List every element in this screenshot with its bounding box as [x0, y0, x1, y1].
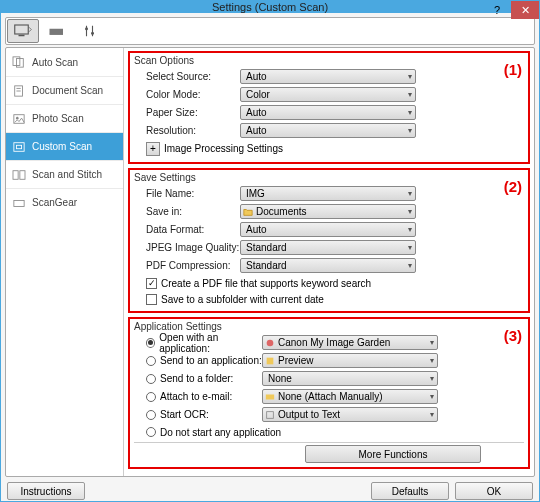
start-ocr-label: Start OCR:	[160, 409, 209, 420]
svg-rect-3	[50, 33, 64, 35]
file-name-input[interactable]: IMG▾	[240, 186, 416, 201]
svg-point-6	[85, 27, 88, 30]
close-button[interactable]: ✕	[511, 1, 539, 19]
group-legend: Save Settings	[134, 172, 524, 183]
send-app-label: Send to an application:	[160, 355, 262, 366]
attach-email-radio[interactable]	[146, 392, 156, 402]
sidebar-item-photo-scan[interactable]: Photo Scan	[6, 104, 123, 132]
send-folder-label: Send to a folder:	[160, 373, 233, 384]
more-functions-button[interactable]: More Functions	[305, 445, 481, 463]
select-source-dropdown[interactable]: Auto▾	[240, 69, 416, 84]
expand-image-processing[interactable]: +	[146, 142, 160, 156]
sidebar-item-custom-scan[interactable]: Custom Scan	[6, 132, 123, 160]
svg-rect-21	[267, 357, 274, 364]
chevron-down-icon: ▾	[408, 108, 412, 117]
settings-panel: (1) Scan Options Select Source:Auto▾ Col…	[124, 48, 534, 476]
svg-point-7	[91, 32, 94, 35]
subfolder-checkbox[interactable]	[146, 294, 157, 305]
svg-rect-0	[15, 25, 29, 34]
save-in-dropdown[interactable]: Documents▾	[240, 204, 416, 219]
chevron-down-icon: ▾	[408, 225, 412, 234]
image-processing-label: Image Processing Settings	[164, 143, 283, 154]
monitor-icon	[14, 24, 32, 38]
group-annotation: (1)	[504, 61, 522, 78]
send-app-radio[interactable]	[146, 356, 156, 366]
folder-icon	[243, 207, 253, 217]
send-app-dropdown[interactable]: Preview▾	[262, 353, 438, 368]
data-format-label: Data Format:	[134, 224, 240, 235]
jpeg-quality-dropdown[interactable]: Standard▾	[240, 240, 416, 255]
sidebar-item-auto-scan[interactable]: Auto Scan	[6, 48, 123, 76]
group-annotation: (3)	[504, 327, 522, 344]
chevron-down-icon: ▾	[408, 243, 412, 252]
paper-size-label: Paper Size:	[134, 107, 240, 118]
top-tabs	[5, 17, 535, 45]
chevron-down-icon: ▾	[430, 356, 434, 365]
save-in-label: Save in:	[134, 206, 240, 217]
svg-rect-23	[267, 411, 274, 418]
tab-scan-from-computer[interactable]	[7, 19, 39, 43]
tab-scan-from-panel[interactable]	[41, 19, 73, 43]
chevron-down-icon: ▾	[430, 374, 434, 383]
instructions-button[interactable]: Instructions	[7, 482, 85, 500]
subfolder-label: Save to a subfolder with current date	[161, 294, 324, 305]
chevron-down-icon: ▾	[408, 189, 412, 198]
data-format-dropdown[interactable]: Auto▾	[240, 222, 416, 237]
select-source-label: Select Source:	[134, 71, 240, 82]
send-folder-dropdown[interactable]: None▾	[262, 371, 438, 386]
chevron-down-icon: ▾	[408, 72, 412, 81]
svg-rect-2	[50, 29, 64, 34]
chevron-down-icon: ▾	[408, 90, 412, 99]
chevron-down-icon: ▾	[430, 338, 434, 347]
tab-general[interactable]	[75, 19, 107, 43]
mail-icon	[265, 392, 275, 402]
paper-size-dropdown[interactable]: Auto▾	[240, 105, 416, 120]
chevron-down-icon: ▾	[430, 410, 434, 419]
ok-button[interactable]: OK	[455, 482, 533, 500]
app-icon	[265, 338, 275, 348]
group-legend: Scan Options	[134, 55, 524, 66]
color-mode-dropdown[interactable]: Color▾	[240, 87, 416, 102]
attach-email-dropdown[interactable]: None (Attach Manually)▾	[262, 389, 438, 404]
svg-point-14	[16, 116, 19, 119]
save-settings-group: (2) Save Settings File Name:IMG▾ Save in…	[128, 168, 530, 313]
scan-options-group: (1) Scan Options Select Source:Auto▾ Col…	[128, 51, 530, 164]
titlebar: Settings (Custom Scan) ? ✕	[1, 1, 539, 13]
pdf-compression-dropdown[interactable]: Standard▾	[240, 258, 416, 273]
stitch-icon	[12, 169, 26, 181]
svg-rect-1	[19, 35, 25, 37]
sidebar-item-label: Custom Scan	[32, 141, 92, 152]
help-button[interactable]: ?	[483, 1, 511, 19]
pdf-keyword-checkbox[interactable]: ✓	[146, 278, 157, 289]
pdf-compression-label: PDF Compression:	[134, 260, 240, 271]
sidebar-item-document-scan[interactable]: Document Scan	[6, 76, 123, 104]
resolution-label: Resolution:	[134, 125, 240, 136]
chevron-down-icon: ▾	[430, 392, 434, 401]
photo-icon	[12, 113, 26, 125]
send-folder-radio[interactable]	[146, 374, 156, 384]
window-title: Settings (Custom Scan)	[212, 1, 328, 13]
chevron-down-icon: ▾	[408, 261, 412, 270]
sidebar: Auto Scan Document Scan Photo Scan Custo…	[6, 48, 124, 476]
auto-scan-icon	[12, 56, 26, 68]
scanner-icon	[48, 24, 66, 38]
group-annotation: (2)	[504, 178, 522, 195]
group-legend: Application Settings	[134, 321, 524, 332]
settings-window: Settings (Custom Scan) ? ✕ Auto Scan	[0, 0, 540, 502]
no-app-radio[interactable]	[146, 427, 156, 437]
start-ocr-dropdown[interactable]: Output to Text▾	[262, 407, 438, 422]
sidebar-item-label: Photo Scan	[32, 113, 84, 124]
start-ocr-radio[interactable]	[146, 410, 156, 420]
sidebar-item-scan-stitch[interactable]: Scan and Stitch	[6, 160, 123, 188]
svg-rect-16	[16, 145, 21, 148]
scangear-icon	[12, 197, 26, 209]
pdf-keyword-label: Create a PDF file that supports keyword …	[161, 278, 371, 289]
defaults-button[interactable]: Defaults	[371, 482, 449, 500]
document-icon	[12, 85, 26, 97]
resolution-dropdown[interactable]: Auto▾	[240, 123, 416, 138]
sidebar-item-scangear[interactable]: ScanGear	[6, 188, 123, 216]
file-name-label: File Name:	[134, 188, 240, 199]
open-with-dropdown[interactable]: Canon My Image Garden▾	[262, 335, 438, 350]
open-with-radio[interactable]	[146, 338, 155, 348]
sliders-icon	[82, 24, 100, 38]
